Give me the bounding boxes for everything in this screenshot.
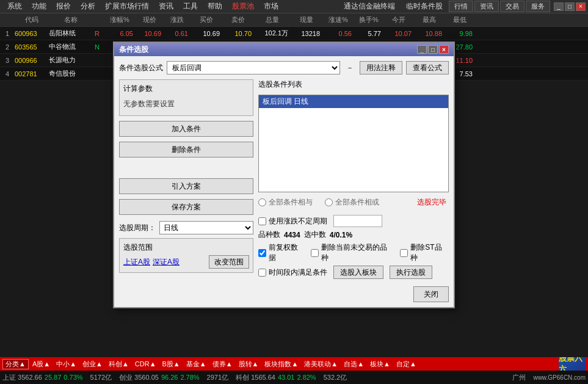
time-checkbox[interactable]	[258, 269, 266, 277]
select-count-label: 选中数	[304, 230, 326, 240]
remove-inactive-text: 删除当前未交易的品种	[321, 242, 394, 263]
time-text: 时间段内满足条件	[269, 267, 327, 278]
fuquan-checkbox-label[interactable]: 前复权数据	[258, 242, 305, 263]
formula-row: 条件选股公式 板后回调 － 用法注释 查看公式	[119, 61, 449, 74]
period-label: 选股周期：	[119, 223, 156, 233]
add-condition-button[interactable]: 加入条件	[119, 121, 253, 137]
remove-condition-button[interactable]: 删除条件	[119, 142, 253, 158]
options-row3: 时间段内满足条件 选股入板块 执行选股	[258, 266, 449, 279]
bottom-options: 使用涨跌不定周期 品种数 4434 选中数 4/0.1%	[258, 215, 449, 279]
fuzhouqi-checkbox-label[interactable]: 使用涨跌不定周期	[258, 216, 327, 226]
radio-or-text: 全部条件相或	[335, 197, 379, 208]
remove-inactive-checkbox[interactable]	[311, 249, 319, 257]
fuzhouqi-text: 使用涨跌不定周期	[269, 216, 327, 226]
params-title: 计算参数	[123, 84, 249, 94]
period-row: 选股周期： 日线周线月线分钟	[119, 221, 253, 234]
right-panel: 选股条件列表 板后回调 日线 全部条件相与 全部条件相或 选股完	[258, 79, 449, 302]
remove-st-checkbox[interactable]	[400, 249, 408, 257]
radio-and[interactable]	[258, 198, 266, 206]
stock-count-label: 品种数	[258, 230, 280, 240]
fuquan-text: 前复权数据	[269, 242, 305, 263]
time-checkbox-label[interactable]: 时间段内满足条件	[258, 267, 327, 278]
dash-label: －	[344, 63, 356, 73]
radio-and-label[interactable]: 全部条件相与	[258, 197, 313, 208]
into-block-button[interactable]: 选股入板块	[333, 266, 383, 279]
conditions-list-label: 选股条件列表	[258, 79, 449, 90]
params-box: 计算参数 无参数需要设置	[119, 79, 253, 116]
remove-inactive-checkbox-label[interactable]: 删除当前未交易的品种	[311, 242, 394, 263]
dialog-body: 条件选股公式 板后回调 － 用法注释 查看公式 计算参数 无参数需要设置 加入条…	[114, 56, 454, 307]
dialog-title: 条件选股	[119, 45, 416, 55]
scope-shanga[interactable]: 上证A股	[123, 257, 150, 267]
radio-or-label[interactable]: 全部条件相或	[325, 197, 379, 208]
save-plan-button[interactable]: 保存方案	[119, 199, 253, 215]
remove-st-text: 删除ST品种	[410, 242, 449, 263]
radio-and-text: 全部条件相与	[269, 197, 313, 208]
stock-count-value: 4434	[284, 231, 300, 239]
dialog-close-button[interactable]: ×	[439, 45, 449, 54]
fuquan-checkbox[interactable]	[258, 249, 266, 257]
fuzhouqi-checkbox[interactable]	[258, 217, 266, 225]
period-select[interactable]: 日线周线月线分钟	[159, 221, 253, 234]
scope-box: 选股范围 上证A股 深证A股 改变范围	[119, 238, 253, 273]
dialog-titlebar: 条件选股 _ □ ×	[114, 43, 454, 56]
dialog-minimize-button[interactable]: _	[417, 45, 427, 54]
scope-shenzhen[interactable]: 深证A股	[153, 257, 180, 267]
change-scope-button[interactable]: 改变范围	[209, 255, 249, 269]
select-count-value: 4/0.1%	[330, 231, 352, 239]
options-row2: 前复权数据 删除当前未交易的品种 删除ST品种	[258, 242, 449, 263]
formula-select[interactable]: 板后回调	[167, 61, 340, 74]
view-formula-button[interactable]: 查看公式	[406, 61, 449, 74]
conditions-list[interactable]: 板后回调 日线	[258, 95, 449, 192]
select-complete-label: 选股完毕	[417, 197, 446, 208]
formula-label: 条件选股公式	[119, 63, 163, 73]
fuzhouqi-input[interactable]	[333, 215, 382, 227]
left-panel: 计算参数 无参数需要设置 加入条件 删除条件 引入方案 保存方案 选股周期： 日…	[119, 79, 253, 302]
condition-dialog: 条件选股 _ □ × 条件选股公式 板后回调 － 用法注释 查看公式 计算参数	[113, 42, 455, 308]
no-params-text: 无参数需要设置	[123, 96, 249, 112]
radio-row: 全部条件相与 全部条件相或 选股完毕	[258, 197, 449, 208]
options-row1: 使用涨跌不定周期	[258, 215, 449, 227]
dialog-overlay: 条件选股 _ □ × 条件选股公式 板后回调 － 用法注释 查看公式 计算参数	[0, 0, 588, 384]
radio-or[interactable]	[325, 198, 333, 206]
dialog-maximize-button[interactable]: □	[428, 45, 438, 54]
scope-title: 选股范围	[123, 242, 249, 253]
condition-item[interactable]: 板后回调 日线	[259, 95, 448, 108]
comment-button[interactable]: 用法注释	[360, 61, 402, 74]
remove-st-checkbox-label[interactable]: 删除ST品种	[400, 242, 449, 263]
dialog-main: 计算参数 无参数需要设置 加入条件 删除条件 引入方案 保存方案 选股周期： 日…	[119, 79, 449, 302]
close-dialog-button[interactable]: 关闭	[413, 286, 449, 302]
stock-count-row: 品种数 4434 选中数 4/0.1%	[258, 230, 449, 240]
execute-button[interactable]: 执行选股	[390, 266, 432, 279]
footer-buttons: 关闭	[258, 286, 449, 302]
import-plan-button[interactable]: 引入方案	[119, 178, 253, 194]
scope-links: 上证A股 深证A股 改变范围	[123, 255, 249, 269]
